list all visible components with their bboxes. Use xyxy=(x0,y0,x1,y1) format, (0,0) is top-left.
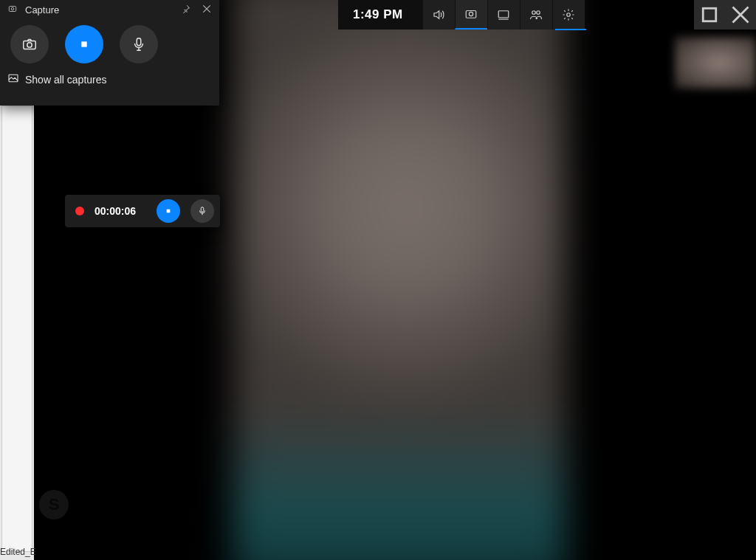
capture-header-icon xyxy=(4,4,21,16)
pill-stop-button[interactable] xyxy=(157,199,180,223)
active-widget-indicator xyxy=(555,29,586,30)
audio-widget-button[interactable] xyxy=(422,0,455,30)
svg-rect-16 xyxy=(137,38,141,46)
screenshot-button[interactable] xyxy=(10,25,49,63)
svg-point-14 xyxy=(27,43,32,47)
restore-window-button[interactable] xyxy=(694,0,725,30)
capture-widget-header[interactable]: Capture xyxy=(0,0,219,19)
show-all-captures-link[interactable]: Show all captures xyxy=(0,68,219,86)
svg-point-5 xyxy=(470,12,473,15)
pill-microphone-button[interactable] xyxy=(190,199,214,223)
window-controls xyxy=(694,0,756,30)
desktop-window-edge xyxy=(1,106,32,552)
gallery-icon xyxy=(7,72,19,86)
svg-rect-6 xyxy=(499,11,509,18)
show-all-captures-label: Show all captures xyxy=(25,74,107,86)
svg-rect-10 xyxy=(703,8,716,21)
self-video-pip[interactable] xyxy=(675,37,756,89)
svg-rect-15 xyxy=(81,41,86,46)
svg-point-8 xyxy=(537,11,540,15)
svg-point-7 xyxy=(532,11,536,15)
game-bar: 1:49 PM xyxy=(338,0,585,30)
capture-widget-button[interactable] xyxy=(455,0,487,30)
svg-rect-18 xyxy=(167,210,171,213)
microphone-toggle-button[interactable] xyxy=(120,25,158,63)
pin-icon[interactable] xyxy=(178,4,194,16)
remote-video-feed xyxy=(233,0,566,560)
skype-icon: S xyxy=(39,490,69,519)
settings-widget-button[interactable] xyxy=(552,0,585,30)
social-widget-button[interactable] xyxy=(520,0,552,30)
svg-point-9 xyxy=(567,13,571,17)
capture-widget-title: Capture xyxy=(25,4,59,15)
svg-point-12 xyxy=(11,7,14,10)
recording-elapsed-time: 00:00:06 xyxy=(94,205,146,217)
svg-rect-11 xyxy=(9,6,16,11)
desktop-file-label: Edited_E xyxy=(0,547,36,557)
game-bar-clock: 1:49 PM xyxy=(353,7,403,22)
performance-widget-button[interactable] xyxy=(487,0,520,30)
recording-status-pill[interactable]: 00:00:06 xyxy=(65,195,220,227)
stop-recording-button[interactable] xyxy=(65,25,103,63)
close-icon[interactable] xyxy=(199,3,215,17)
recording-indicator-icon xyxy=(75,207,84,215)
capture-widget: Capture Show all captures xyxy=(0,0,219,106)
capture-button-row xyxy=(0,19,219,68)
close-window-button[interactable] xyxy=(725,0,756,30)
game-bar-hub: 1:49 PM xyxy=(338,0,422,30)
svg-rect-19 xyxy=(201,207,204,212)
